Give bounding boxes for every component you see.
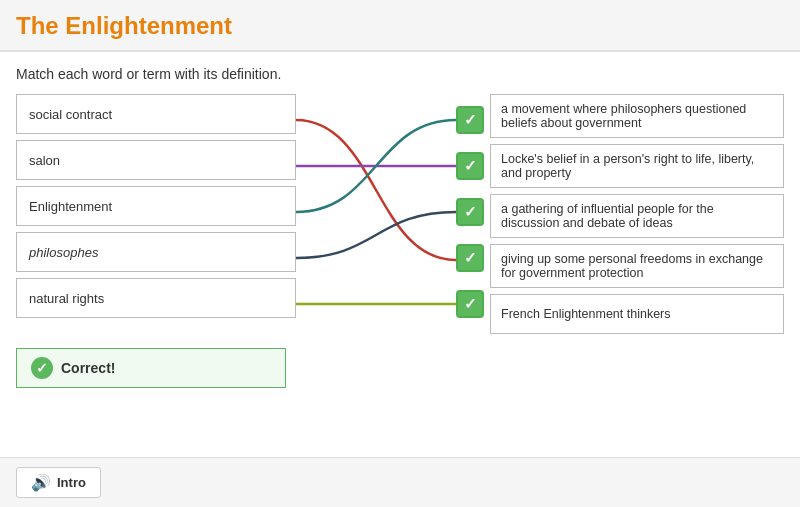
check-badge-2: ✓ (456, 152, 484, 180)
check-badge-3: ✓ (456, 198, 484, 226)
check-marks-column: ✓ ✓ ✓ ✓ ✓ (456, 94, 484, 324)
check-badge-1: ✓ (456, 106, 484, 134)
check-badge-4: ✓ (456, 244, 484, 272)
term-enlightenment[interactable]: Enlightenment (16, 186, 296, 226)
check-row-5: ✓ (456, 284, 484, 324)
term-salon[interactable]: salon (16, 140, 296, 180)
check-row-1: ✓ (456, 100, 484, 140)
connector-lines (296, 94, 456, 334)
term-philosophes[interactable]: philosophes (16, 232, 296, 272)
definition-5[interactable]: French Enlightenment thinkers (490, 294, 784, 334)
term-natural-rights[interactable]: natural rights (16, 278, 296, 318)
correct-label: Correct! (61, 360, 115, 376)
instruction-text: Match each word or term with its definit… (16, 66, 784, 82)
check-badge-5: ✓ (456, 290, 484, 318)
check-row-4: ✓ (456, 238, 484, 278)
check-row-2: ✓ (456, 146, 484, 186)
connector-svg-wrapper (296, 94, 456, 334)
correct-icon: ✓ (31, 357, 53, 379)
definition-3[interactable]: a gathering of influential people for th… (490, 194, 784, 238)
terms-column: social contract salon Enlightenment phil… (16, 94, 296, 318)
check-row-3: ✓ (456, 192, 484, 232)
header: The Enlightenment (0, 0, 800, 52)
page-title: The Enlightenment (16, 12, 232, 39)
definition-4[interactable]: giving up some personal freedoms in exch… (490, 244, 784, 288)
definition-2[interactable]: Locke's belief in a person's right to li… (490, 144, 784, 188)
term-social-contract[interactable]: social contract (16, 94, 296, 134)
footer: 🔊 Intro (0, 457, 800, 507)
intro-button-label: Intro (57, 475, 86, 490)
main-content: Match each word or term with its definit… (0, 52, 800, 398)
definitions-column: a movement where philosophers questioned… (490, 94, 784, 334)
intro-button[interactable]: 🔊 Intro (16, 467, 101, 498)
speaker-icon: 🔊 (31, 473, 51, 492)
matching-area: social contract salon Enlightenment phil… (16, 94, 784, 334)
definition-1[interactable]: a movement where philosophers questioned… (490, 94, 784, 138)
correct-banner: ✓ Correct! (16, 348, 286, 388)
